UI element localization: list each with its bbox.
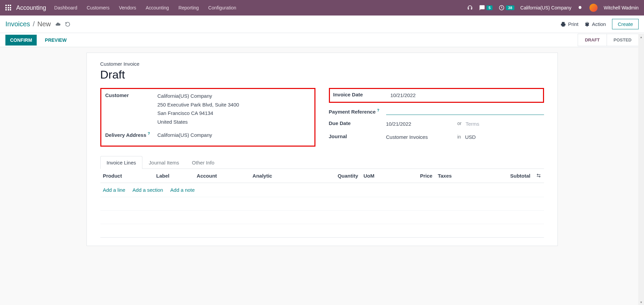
payment-ref-label: Payment Reference ? <box>329 108 386 115</box>
field-customer: Customer California(US) Company 250 Exec… <box>105 92 310 126</box>
col-label[interactable]: Label <box>154 169 194 183</box>
scrollbar[interactable]: ▴ ▾ <box>638 34 644 251</box>
highlight-invoice-date-section: Invoice Date 10/21/2022 <box>329 88 544 103</box>
cloud-save-icon[interactable] <box>55 22 61 27</box>
support-icon[interactable] <box>467 5 473 11</box>
due-or-text: or <box>457 120 462 128</box>
col-account[interactable]: Account <box>194 169 250 183</box>
scroll-up-icon[interactable]: ▴ <box>638 34 644 40</box>
add-note-link[interactable]: Add a note <box>170 187 195 193</box>
preview-button[interactable]: PREVIEW <box>40 35 71 45</box>
help-icon[interactable]: ? <box>148 131 150 135</box>
help-icon[interactable]: ? <box>377 108 379 112</box>
nav-menu: Dashboard Customers Vendors Accounting R… <box>54 5 236 10</box>
col-quantity[interactable]: Quantity <box>304 169 361 183</box>
breadcrumb-root[interactable]: Invoices <box>5 20 30 28</box>
field-delivery: Delivery Address ? California(US) Compan… <box>105 131 310 140</box>
payment-ref-input[interactable] <box>386 108 544 115</box>
address-line2: San Francisco CA 94134 <box>158 109 310 118</box>
empty-row <box>100 210 544 224</box>
field-payment-ref: Payment Reference ? <box>329 108 544 115</box>
nav-vendors[interactable]: Vendors <box>119 5 136 10</box>
create-button[interactable]: Create <box>612 19 639 29</box>
action-label: Action <box>592 21 606 27</box>
sheet-wrap: Customer Invoice Draft Customer Californ… <box>0 47 644 251</box>
journal-value[interactable]: Customer Invoices <box>386 133 453 142</box>
col-uom[interactable]: UoM <box>361 169 397 183</box>
empty-row <box>100 197 544 210</box>
journal-label: Journal <box>329 133 386 139</box>
delivery-value[interactable]: California(US) Company <box>158 131 310 140</box>
form-title: Draft <box>100 68 544 81</box>
action-button[interactable]: Action <box>584 21 606 27</box>
col-price[interactable]: Price <box>397 169 435 183</box>
empty-row <box>100 224 544 237</box>
col-options[interactable] <box>533 169 544 183</box>
print-button[interactable]: Print <box>561 21 578 27</box>
due-date-label: Due Date <box>329 120 386 126</box>
tab-journal-items[interactable]: Journal Items <box>142 156 185 169</box>
main-navbar: Accounting Dashboard Customers Vendors A… <box>0 0 644 16</box>
add-line-link[interactable]: Add a line <box>103 187 126 193</box>
col-product[interactable]: Product <box>100 169 154 183</box>
nav-accounting[interactable]: Accounting <box>146 5 169 10</box>
customer-label: Customer <box>105 92 158 98</box>
status-draft[interactable]: DRAFT <box>578 34 607 46</box>
avatar[interactable] <box>589 4 598 12</box>
customer-value[interactable]: California(US) Company 250 Executive Par… <box>158 92 310 126</box>
add-section-link[interactable]: Add a section <box>133 187 163 193</box>
form-tabs: Invoice Lines Journal Items Other Info <box>100 156 544 169</box>
customer-name: California(US) Company <box>158 92 310 100</box>
col-analytic[interactable]: Analytic <box>250 169 304 183</box>
journal-currency[interactable]: USD <box>465 133 476 142</box>
journal-value-group: Customer Invoices in USD <box>386 133 544 142</box>
nav-configuration[interactable]: Configuration <box>208 5 236 10</box>
form-col-right: Invoice Date 10/21/2022 Payment Referenc… <box>329 88 544 150</box>
nav-dashboard[interactable]: Dashboard <box>54 5 77 10</box>
control-panel-right: Print Action Create <box>561 19 639 29</box>
nav-customers[interactable]: Customers <box>87 5 110 10</box>
form-col-left: Customer California(US) Company 250 Exec… <box>100 88 315 150</box>
col-subtotal[interactable]: Subtotal <box>477 169 533 183</box>
address-line3: United States <box>158 118 310 126</box>
status-bar: CONFIRM PREVIEW DRAFT POSTED <box>0 33 644 47</box>
breadcrumb: Invoices / New <box>5 20 70 28</box>
nav-reporting[interactable]: Reporting <box>178 5 199 10</box>
tab-invoice-lines[interactable]: Invoice Lines <box>100 156 143 169</box>
app-brand[interactable]: Accounting <box>16 4 46 11</box>
form-columns: Customer California(US) Company 250 Exec… <box>100 88 544 150</box>
nav-right: 5 38 California(US) Company Witchell Wad… <box>467 4 639 12</box>
breadcrumb-separator: / <box>33 20 35 28</box>
highlight-customer-section: Customer California(US) Company 250 Exec… <box>100 88 315 147</box>
messages-icon[interactable]: 5 <box>479 5 493 11</box>
status-arrows: DRAFT POSTED <box>578 34 639 46</box>
payment-terms-placeholder[interactable]: Terms <box>466 120 479 128</box>
apps-icon[interactable] <box>5 5 11 11</box>
control-panel: Invoices / New Print Action Create <box>0 16 644 33</box>
invoice-lines-table: Product Label Account Analytic Quantity … <box>100 169 544 238</box>
table-header-row: Product Label Account Analytic Quantity … <box>100 169 544 183</box>
debug-icon[interactable] <box>577 5 583 11</box>
tab-other-info[interactable]: Other Info <box>185 156 221 169</box>
invoice-date-label: Invoice Date <box>333 91 391 97</box>
discard-icon[interactable] <box>65 22 70 27</box>
status-posted[interactable]: POSTED <box>607 34 639 46</box>
confirm-button[interactable]: CONFIRM <box>5 35 37 45</box>
due-date-value-group: 10/21/2022 or Terms <box>386 120 544 128</box>
field-invoice-date: Invoice Date 10/21/2022 <box>333 91 540 100</box>
company-switcher[interactable]: California(US) Company <box>520 5 572 10</box>
invoice-date-value[interactable]: 10/21/2022 <box>391 91 540 100</box>
breadcrumb-current: New <box>37 20 51 28</box>
field-journal: Journal Customer Invoices in USD <box>329 133 544 142</box>
activities-icon[interactable]: 38 <box>499 5 514 11</box>
due-date-value[interactable]: 10/21/2022 <box>386 120 453 128</box>
journal-in-text: in <box>457 133 461 141</box>
form-sheet: Customer Invoice Draft Customer Californ… <box>87 53 558 246</box>
user-name[interactable]: Witchell Wadmin <box>604 5 639 10</box>
address-line1: 250 Executive Park Blvd, Suite 3400 <box>158 100 310 109</box>
field-due-date: Due Date 10/21/2022 or Terms <box>329 120 544 128</box>
delivery-label: Delivery Address ? <box>105 131 158 138</box>
print-label: Print <box>568 21 578 27</box>
add-actions-row: Add a line Add a section Add a note <box>100 183 544 197</box>
col-taxes[interactable]: Taxes <box>435 169 477 183</box>
